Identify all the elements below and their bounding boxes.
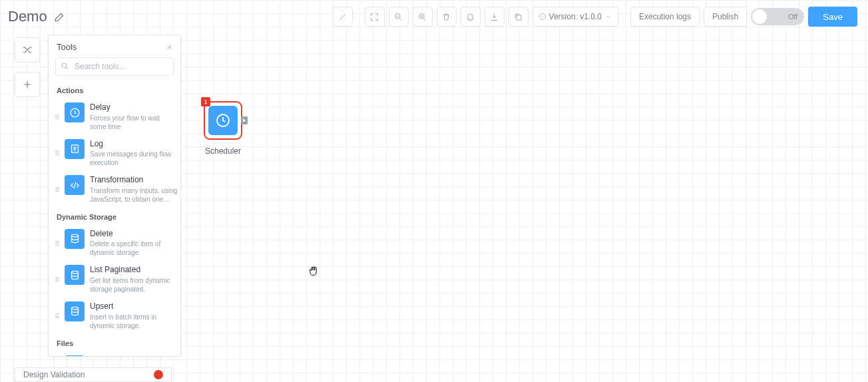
clock-icon [208, 106, 238, 135]
tool-desc: Forces your flow to wait some time [90, 114, 178, 131]
node-output-connector[interactable] [241, 116, 248, 124]
download-button[interactable] [485, 7, 505, 27]
tool-desc: Insert in batch items in dynamic storage… [90, 313, 178, 330]
project-title: Demo [8, 8, 47, 25]
tool-desc: Delete a specific item of dynamic storag… [90, 240, 178, 257]
drag-handle-icon [55, 102, 59, 131]
activation-toggle[interactable]: Off [751, 8, 804, 25]
db-icon [65, 301, 85, 321]
tool-name: Delay [90, 102, 178, 113]
db-icon [65, 229, 85, 249]
search-icon [61, 62, 69, 71]
group-label: Dynamic Storage [55, 208, 178, 225]
line-tool-button[interactable] [333, 7, 353, 27]
svg-point-9 [71, 307, 78, 310]
tool-name: Log [90, 139, 178, 150]
chevron-down-icon [604, 13, 612, 21]
publish-button[interactable]: Publish [704, 7, 747, 27]
file-icon [65, 355, 85, 356]
zoom-in-button[interactable] [413, 7, 433, 27]
execution-logs-button[interactable]: Execution logs [630, 7, 700, 27]
side-toolbar [15, 37, 40, 97]
drag-handle-icon [55, 175, 59, 204]
node-error-badge: 1 [201, 97, 210, 106]
edit-icon[interactable] [54, 11, 66, 23]
tool-item[interactable]: TransformationTransform many inputs, usi… [55, 171, 178, 208]
tool-item[interactable]: Compress filesCompress files to zip or g… [55, 351, 178, 356]
tools-toggle-button[interactable] [15, 37, 40, 63]
fit-view-button[interactable] [365, 7, 385, 27]
zoom-out-button[interactable] [389, 7, 409, 27]
tool-name: Upsert [90, 301, 178, 312]
trash-button[interactable] [437, 7, 457, 27]
code-icon [65, 175, 85, 195]
tool-desc: Get list items from dynamic storage pagi… [90, 276, 178, 293]
tool-name: Transformation [90, 175, 178, 186]
copy-button[interactable] [509, 7, 529, 27]
drag-handle-icon [55, 229, 59, 258]
tool-name: Delete [90, 229, 178, 240]
tools-list[interactable]: ActionsDelayForces your flow to wait som… [49, 81, 180, 356]
group-label: Actions [55, 81, 178, 98]
tool-item[interactable]: LogSave messages during flow execution [55, 135, 178, 172]
tool-name: List Paginated [90, 265, 178, 276]
svg-rect-2 [517, 15, 521, 20]
toggle-knob [752, 9, 767, 24]
tool-item[interactable]: List PaginatedGet list items from dynami… [55, 261, 178, 297]
db-icon [65, 265, 85, 285]
svg-point-4 [62, 63, 67, 68]
tool-item[interactable]: UpsertInsert in batch items in dynamic s… [55, 297, 178, 334]
svg-point-8 [71, 271, 78, 274]
tools-panel-title: Tools [57, 42, 77, 52]
info-icon [539, 13, 546, 21]
node-label: Scheduler [204, 146, 242, 156]
tool-desc: Transform many inputs, using JavaScript,… [90, 186, 178, 204]
design-validation-bar[interactable]: Design Validation [15, 367, 172, 382]
tool-name: Compress files [90, 355, 178, 356]
tool-desc: Save messages during flow execution [90, 150, 178, 167]
tool-item[interactable]: DeleteDelete a specific item of dynamic … [55, 225, 178, 262]
search-input[interactable] [55, 57, 174, 76]
close-icon[interactable]: × [166, 42, 172, 52]
clock-icon [65, 102, 85, 122]
bell-button[interactable] [461, 7, 481, 27]
add-button[interactable] [15, 72, 40, 97]
tools-panel: Tools × ActionsDelayForces your flow to … [48, 35, 181, 357]
save-button[interactable]: Save [808, 7, 857, 27]
group-label: Files [55, 334, 178, 351]
log-icon [65, 139, 85, 159]
header: Demo Version: v1.0.0 Execution logs Publ… [0, 0, 868, 33]
validation-error-badge [154, 370, 163, 379]
scheduler-node[interactable]: 1 Scheduler [204, 101, 242, 156]
drag-handle-icon [55, 265, 59, 293]
tool-item[interactable]: DelayForces your flow to wait some time [55, 98, 178, 135]
version-button[interactable]: Version: v1.0.0 [533, 7, 618, 27]
drag-handle-icon [55, 355, 59, 356]
drag-handle-icon [55, 301, 59, 330]
drag-handle-icon [55, 139, 59, 168]
svg-point-7 [71, 235, 78, 238]
